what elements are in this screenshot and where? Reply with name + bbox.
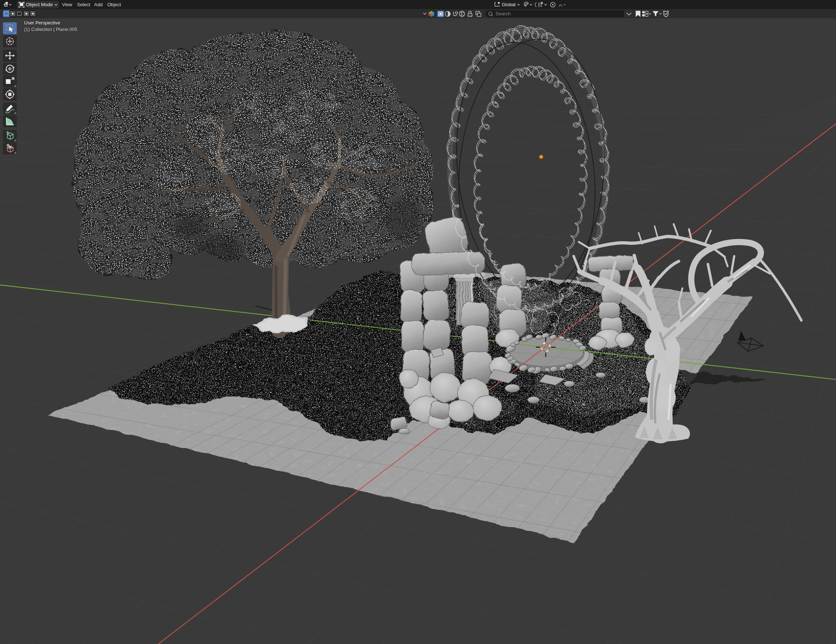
svg-text:Search: Search — [496, 11, 511, 16]
svg-text:Global: Global — [502, 2, 516, 7]
